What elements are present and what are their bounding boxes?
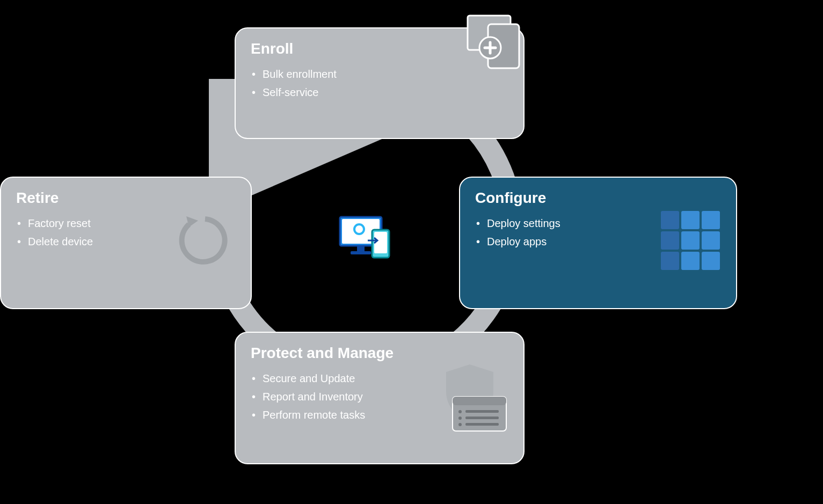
stage-item: Perform remote tasks: [251, 406, 508, 424]
device-lifecycle-diagram: Enroll Bulk enrollment Self-service Conf…: [0, 0, 823, 504]
stage-item: Delete device: [16, 232, 236, 251]
stage-items: Deploy settings Deploy apps: [475, 214, 721, 251]
center-intune-icon: [339, 216, 398, 261]
stage-item: Self-service: [251, 83, 508, 101]
stage-card-configure: Configure Deploy settings Deploy apps: [459, 177, 737, 309]
stage-items: Bulk enrollment Self-service: [251, 65, 508, 101]
stage-item: Report and Inventory: [251, 388, 508, 406]
stage-item: Deploy settings: [475, 214, 721, 232]
stage-title: Retire: [16, 189, 236, 207]
svg-rect-6: [374, 232, 387, 253]
stage-items: Secure and Update Report and Inventory P…: [251, 369, 508, 424]
svg-rect-3: [351, 251, 371, 254]
stage-item: Deploy apps: [475, 232, 721, 251]
stage-title: Protect and Manage: [251, 345, 508, 362]
stage-card-protect: Protect and Manage Secure and Update Rep…: [235, 332, 525, 464]
stage-title: Configure: [475, 189, 721, 207]
stage-card-retire: Retire Factory reset Delete device: [0, 177, 252, 309]
stage-card-enroll: Enroll Bulk enrollment Self-service: [235, 27, 525, 139]
stage-item: Secure and Update: [251, 369, 508, 388]
devices-plus-icon: [464, 12, 529, 71]
stage-items: Factory reset Delete device: [16, 214, 236, 251]
svg-rect-2: [357, 246, 365, 251]
stage-item: Bulk enrollment: [251, 65, 508, 83]
stage-item: Factory reset: [16, 214, 236, 232]
